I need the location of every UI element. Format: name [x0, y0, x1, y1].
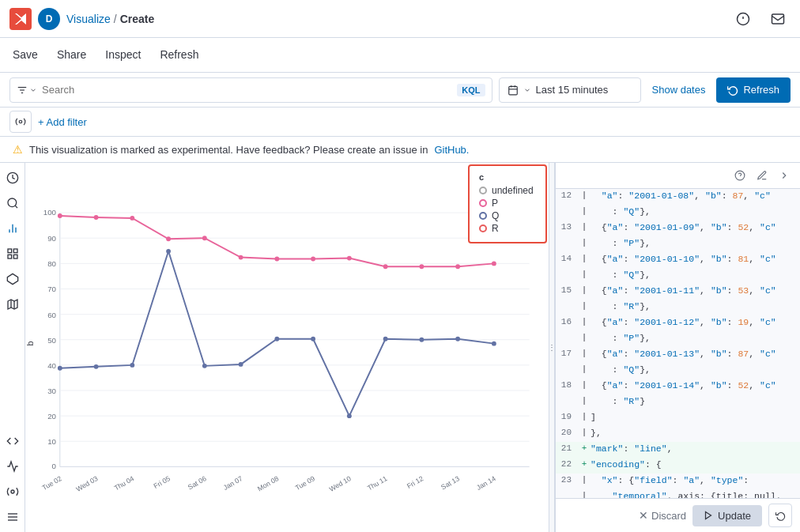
code-toolbar [556, 163, 800, 189]
svg-point-79 [94, 364, 99, 369]
pen-icon[interactable] [753, 166, 772, 185]
svg-point-11 [8, 198, 17, 207]
svg-point-72 [311, 257, 315, 262]
code-line: | : "R"}, [556, 300, 800, 315]
code-editor: 12 | "a": "2001-01-08", "b": 87, "c" | :… [555, 163, 800, 532]
panel-divider[interactable]: ⋮ [549, 163, 555, 532]
warning-text: This visualization is marked as experime… [29, 144, 428, 156]
svg-point-24 [11, 490, 14, 493]
app-logo [9, 8, 32, 30]
svg-line-12 [15, 206, 17, 208]
svg-point-80 [130, 363, 134, 368]
svg-point-86 [347, 413, 352, 418]
nav-inspect[interactable]: Inspect [96, 38, 150, 73]
svg-text:80: 80 [47, 259, 56, 268]
svg-text:50: 50 [47, 336, 56, 345]
show-dates-button[interactable]: Show dates [647, 84, 711, 96]
content-row: 0 10 20 30 40 50 60 70 80 90 100 [0, 163, 800, 532]
svg-point-73 [347, 256, 352, 261]
github-link[interactable]: GitHub. [434, 144, 469, 156]
code-line: | : "Q"}, [556, 268, 800, 284]
monitoring-icon[interactable] [2, 456, 23, 477]
svg-text:20: 20 [47, 412, 56, 421]
update-button[interactable]: Update [692, 505, 762, 526]
code-line: | : "P"}, [556, 236, 800, 252]
code-line: | : "Q"}, [556, 363, 800, 379]
code-line: 15 | {"a": "2001-01-11", "b": 53, "c" [556, 284, 800, 300]
canvas-icon[interactable] [2, 269, 23, 289]
alerts-icon[interactable] [730, 6, 756, 32]
svg-point-85 [311, 337, 315, 341]
search-nav-icon[interactable] [2, 193, 23, 213]
arrow-right-icon[interactable] [775, 166, 794, 185]
filter-type-dropdown[interactable] [17, 79, 37, 101]
nav-share[interactable]: Share [47, 38, 96, 73]
add-filter-button[interactable]: + Add filter [38, 116, 87, 128]
hamburger-icon[interactable] [2, 507, 23, 527]
code-line: 16 | {"a": "2001-01-12", "b": 19, "c" [556, 315, 800, 331]
dashboard-icon[interactable] [2, 243, 23, 264]
code-line: 12 | "a": "2001-01-08", "b": 87, "c" [556, 189, 800, 205]
svg-point-89 [455, 337, 460, 341]
avatar[interactable]: D [38, 8, 60, 30]
warning-banner: ⚠ This visualization is marked as experi… [0, 137, 800, 163]
svg-marker-93 [706, 512, 711, 519]
code-line: 17 | {"a": "2001-01-13", "b": 87, "c" [556, 347, 800, 363]
code-line: 18 | {"a": "2001-01-14", "b": 52, "c" [556, 379, 800, 394]
svg-text:Wed 03: Wed 03 [75, 474, 100, 493]
legend-label-undefined: undefined [492, 185, 534, 196]
svg-point-66 [94, 215, 99, 220]
svg-rect-18 [13, 255, 17, 258]
x-icon: ✕ [639, 509, 648, 522]
code-line: 19 | ] [556, 410, 800, 426]
reload-button[interactable] [768, 504, 792, 527]
breadcrumb-parent[interactable]: Visualize [66, 13, 111, 25]
svg-text:40: 40 [47, 361, 56, 370]
help-icon[interactable] [730, 166, 749, 185]
svg-point-78 [58, 366, 62, 371]
reload-icon [775, 511, 786, 521]
svg-text:Thu 04: Thu 04 [113, 474, 136, 492]
secondary-nav: Save Share Inspect Refresh [0, 38, 800, 73]
svg-marker-21 [8, 300, 17, 309]
svg-point-90 [492, 341, 496, 346]
search-input[interactable] [42, 84, 452, 96]
legend-item-p: P [479, 198, 536, 209]
svg-text:Tue 09: Tue 09 [294, 474, 316, 492]
update-label: Update [718, 510, 751, 522]
settings-icon[interactable] [2, 481, 23, 502]
chart-nav-icon[interactable] [2, 218, 23, 239]
svg-point-76 [455, 264, 460, 269]
discard-label: Discard [651, 510, 686, 522]
nav-save[interactable]: Save [13, 38, 47, 73]
legend-label-q: Q [492, 210, 499, 221]
filter-options-btn[interactable] [9, 111, 32, 133]
date-range-picker[interactable]: Last 15 minutes [499, 77, 641, 103]
svg-marker-20 [7, 274, 17, 284]
svg-point-77 [492, 261, 496, 266]
maps-icon[interactable] [2, 294, 23, 315]
refresh-button[interactable]: Refresh [716, 77, 791, 103]
svg-text:Tue 02: Tue 02 [40, 474, 62, 492]
svg-rect-16 [8, 249, 12, 253]
kql-badge[interactable]: KQL [457, 84, 485, 96]
code-line: | : "R"} [556, 394, 800, 410]
svg-point-67 [130, 216, 134, 221]
code-line: 13 | {"a": "2001-01-09", "b": 52, "c" [556, 221, 800, 236]
breadcrumb: Visualize / Create [66, 13, 154, 25]
nav-refresh[interactable]: Refresh [150, 38, 208, 73]
code-line: | : "Q"}, [556, 205, 800, 221]
code-line: 14 | {"a": "2001-01-10", "b": 81, "c" [556, 252, 800, 268]
code-line: | "temporal", axis: {title: null, [556, 489, 800, 498]
dev-tools-icon[interactable] [2, 431, 23, 451]
discard-button[interactable]: ✕ Discard [639, 509, 686, 522]
mail-icon[interactable] [765, 6, 791, 32]
svg-point-75 [419, 264, 424, 269]
svg-text:30: 30 [47, 387, 56, 395]
clock-icon[interactable] [2, 168, 23, 188]
date-range-label: Last 15 minutes [536, 84, 609, 96]
svg-point-65 [58, 213, 62, 218]
chart-legend: c undefined P Q [468, 164, 547, 243]
code-content[interactable]: 12 | "a": "2001-01-08", "b": 87, "c" | :… [556, 189, 800, 498]
svg-point-81 [166, 249, 171, 254]
